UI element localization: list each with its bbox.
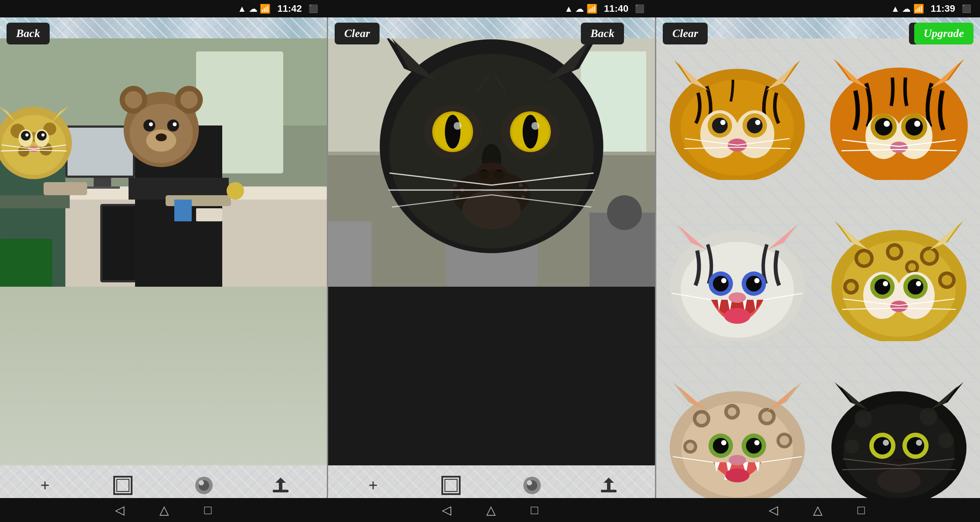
panel3-clear-button[interactable]: Clear bbox=[663, 23, 708, 44]
svg-point-174 bbox=[858, 252, 870, 264]
animal-cell-leopard[interactable] bbox=[818, 200, 980, 361]
svg-rect-56 bbox=[117, 479, 129, 491]
svg-rect-18 bbox=[174, 200, 192, 221]
svg-point-180 bbox=[942, 275, 952, 285]
panel-2: Clear Back bbox=[328, 17, 655, 522]
svg-point-133 bbox=[830, 68, 968, 180]
svg-point-170 bbox=[724, 308, 750, 324]
svg-point-221 bbox=[746, 438, 762, 454]
svg-point-213 bbox=[686, 443, 694, 451]
svg-point-196 bbox=[916, 281, 921, 286]
office-scene bbox=[0, 38, 327, 465]
bottom-nav: ◁ △ □ ◁ △ □ ◁ △ □ bbox=[0, 498, 980, 522]
svg-point-51 bbox=[167, 119, 179, 131]
nav-recent-2[interactable]: □ bbox=[531, 503, 538, 517]
panel2-clear-button[interactable]: Clear bbox=[335, 23, 380, 44]
svg-point-93 bbox=[462, 190, 521, 229]
svg-point-53 bbox=[173, 122, 176, 126]
panels-container: Back bbox=[0, 17, 980, 522]
status-section-3: ▲ ☁ 📶 11:39 ⬛ bbox=[653, 3, 980, 14]
svg-point-47 bbox=[180, 91, 198, 108]
svg-point-112 bbox=[527, 480, 532, 485]
share-icon bbox=[269, 474, 293, 498]
nav-home-3[interactable]: △ bbox=[813, 503, 823, 517]
panel2-photo-area bbox=[328, 38, 655, 465]
status-section-1: ▲ ☁ 📶 11:42 ⬛ bbox=[0, 3, 327, 14]
svg-point-239 bbox=[845, 440, 859, 454]
snow-leopard-svg bbox=[663, 380, 811, 502]
animal-cell-white-tiger[interactable] bbox=[656, 200, 818, 361]
panel-3: Clear Back Upgrade bbox=[656, 17, 980, 522]
svg-point-176 bbox=[889, 247, 900, 257]
svg-point-125 bbox=[747, 118, 763, 133]
panel2-back-button[interactable]: Back bbox=[581, 23, 624, 44]
svg-point-17 bbox=[227, 182, 244, 200]
nav-home-1[interactable]: △ bbox=[159, 503, 169, 517]
svg-rect-19 bbox=[196, 208, 222, 221]
nav-recent-3[interactable]: □ bbox=[858, 503, 865, 517]
svg-rect-7 bbox=[94, 178, 111, 186]
status-bar: ▲ ☁ 📶 11:42 ⬛ ▲ ☁ 📶 11:40 ⬛ ▲ ☁ 📶 11:39 … bbox=[0, 0, 980, 17]
svg-point-222 bbox=[721, 440, 726, 445]
svg-point-22 bbox=[2, 115, 66, 175]
svg-point-52 bbox=[149, 122, 153, 126]
nav-home-2[interactable]: △ bbox=[486, 503, 496, 517]
white-tiger-svg bbox=[663, 219, 811, 341]
svg-point-238 bbox=[938, 433, 954, 448]
frames-icon bbox=[111, 474, 135, 498]
svg-point-144 bbox=[884, 121, 890, 127]
svg-rect-109 bbox=[445, 479, 457, 491]
svg-point-46 bbox=[125, 91, 142, 108]
svg-point-142 bbox=[875, 118, 892, 136]
animal-cell-orange-tiger[interactable] bbox=[818, 38, 980, 200]
svg-rect-20 bbox=[0, 239, 52, 287]
svg-point-184 bbox=[908, 263, 916, 271]
bear-sticker bbox=[118, 82, 205, 169]
svg-point-84 bbox=[445, 115, 461, 149]
svg-point-237 bbox=[920, 408, 937, 425]
upgrade-button[interactable]: Upgrade bbox=[914, 23, 973, 44]
panel2-add-icon: + bbox=[361, 474, 385, 498]
svg-rect-8 bbox=[85, 186, 120, 189]
svg-point-178 bbox=[923, 250, 936, 262]
panel2-filters-icon bbox=[520, 474, 544, 498]
svg-point-54 bbox=[156, 133, 166, 141]
svg-point-248 bbox=[883, 440, 889, 446]
filters-icon bbox=[192, 474, 216, 498]
svg-point-59 bbox=[199, 480, 204, 485]
animal-grid-container bbox=[656, 38, 980, 522]
svg-point-231 bbox=[725, 468, 749, 482]
svg-rect-113 bbox=[601, 490, 617, 492]
svg-point-34 bbox=[29, 146, 38, 153]
status-section-2: ▲ ☁ 📶 11:40 ⬛ bbox=[327, 3, 654, 14]
svg-point-87 bbox=[531, 122, 539, 130]
leopard-sticker bbox=[0, 103, 74, 179]
svg-rect-12 bbox=[0, 195, 70, 208]
svg-point-159 bbox=[713, 276, 729, 292]
nav-back-2[interactable]: ◁ bbox=[442, 503, 451, 517]
nav-recent-1[interactable]: □ bbox=[204, 503, 211, 517]
svg-point-193 bbox=[875, 279, 890, 295]
time-3: 11:39 bbox=[931, 3, 955, 14]
svg-point-211 bbox=[780, 436, 789, 445]
panel2-frames-icon bbox=[439, 474, 463, 498]
svg-point-146 bbox=[890, 142, 908, 153]
svg-point-207 bbox=[728, 407, 736, 416]
svg-rect-60 bbox=[273, 490, 288, 492]
animal-cell-tiger[interactable] bbox=[656, 38, 818, 200]
nav-back-1[interactable]: ◁ bbox=[115, 503, 125, 517]
svg-point-97 bbox=[519, 183, 522, 187]
svg-point-205 bbox=[696, 414, 707, 424]
black-panther-svg bbox=[825, 380, 973, 502]
panel1-photo-area bbox=[0, 38, 327, 465]
panel1-back-button[interactable]: Back bbox=[7, 23, 50, 44]
panel-1: Back bbox=[0, 17, 327, 522]
svg-point-236 bbox=[855, 410, 872, 427]
add-icon: + bbox=[33, 474, 57, 498]
svg-point-86 bbox=[454, 122, 461, 130]
svg-point-160 bbox=[746, 276, 762, 292]
svg-point-33 bbox=[41, 133, 44, 136]
nav-back-3[interactable]: ◁ bbox=[769, 503, 778, 517]
svg-point-197 bbox=[890, 301, 908, 312]
svg-point-145 bbox=[914, 121, 920, 127]
